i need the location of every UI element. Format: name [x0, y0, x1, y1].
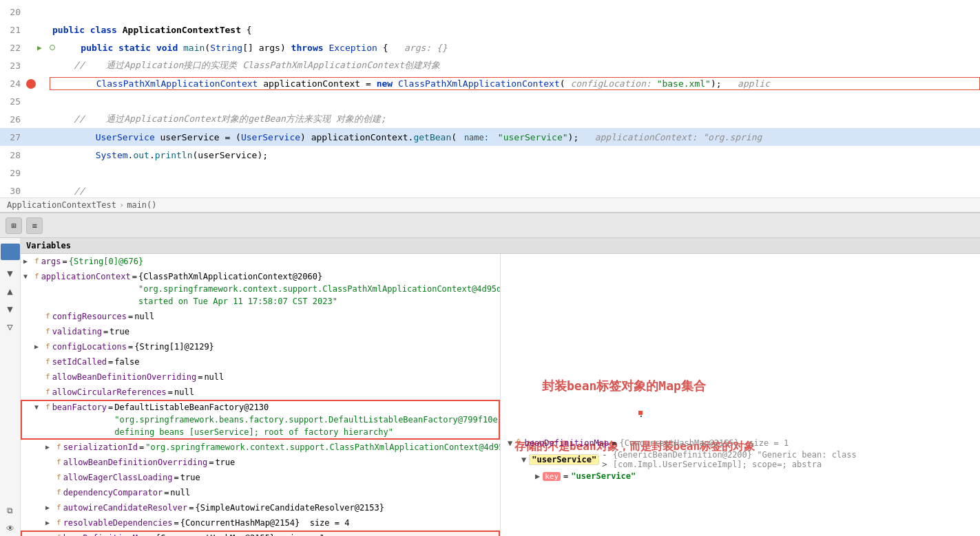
- field-eq: =: [174, 471, 179, 484]
- collapse-icon[interactable]: ▼: [3, 266, 18, 281]
- down-icon[interactable]: ▼: [3, 301, 18, 317]
- code-line-20: 20: [0, 3, 980, 21]
- var-item-alloweager[interactable]: f allowEagerClassLoading = true: [21, 470, 500, 485]
- field-val: null: [204, 371, 224, 383]
- toolbar-grid-btn[interactable]: ⊞: [6, 217, 22, 234]
- beandef-detail: ▼ f beanDefinitionMap = {ConcurrentHashM…: [508, 438, 980, 481]
- line-content: UserService userService = (UserService) …: [50, 132, 980, 142]
- field-val: null: [134, 310, 154, 323]
- line-content: // 通过ApplicationContext对象的getBean方法来实现 对…: [50, 113, 980, 125]
- field-eq: =: [209, 456, 213, 469]
- var-item-configresources[interactable]: f configResources = null: [21, 309, 500, 324]
- line-number: 20: [0, 7, 26, 17]
- field-name: allowBeanDefinitionOverriding: [63, 456, 208, 469]
- field-val: true: [110, 325, 129, 338]
- vars-container: ▶ f args = {String[0]@676} ▼ f applicati…: [21, 254, 980, 536]
- bp-placeholder: [26, 61, 36, 70]
- var-item-configlocations[interactable]: ▶ f configLocations = {String[1]@2129}: [21, 339, 500, 354]
- field-type-icon: f: [56, 517, 61, 529]
- code-editor: 20 21 public class ApplicationContextTes…: [0, 0, 980, 213]
- toolbar-list-btn[interactable]: ≡: [26, 217, 43, 234]
- beandefmap-val: {ConcurrentHashMap@2155} size = 1: [620, 438, 789, 448]
- var-item-resolvable[interactable]: ▶ f resolvableDependencies = {Concurrent…: [21, 515, 500, 530]
- field-eq: =: [108, 356, 113, 368]
- breadcrumb-sep: ›: [119, 200, 124, 210]
- bp-placeholder: [26, 96, 36, 106]
- var-item-serializationid[interactable]: ▶ f serializationId = "org.springframewo…: [21, 440, 500, 455]
- line-number: 23: [0, 61, 26, 71]
- field-name: validating: [52, 325, 102, 338]
- line-number: 26: [0, 114, 26, 125]
- field-eq: =: [139, 441, 144, 453]
- line-content: //: [50, 186, 980, 196]
- field-type-icon: f: [56, 486, 61, 499]
- line-content: ClassPathXmlApplicationContext applicati…: [50, 77, 980, 90]
- filter-icon[interactable]: ▽: [3, 319, 18, 334]
- field-eq: =: [149, 532, 154, 536]
- key-label: key: [543, 472, 561, 481]
- var-item-depcomparator[interactable]: f dependencyComparator = null: [21, 485, 500, 500]
- field-eq: =: [63, 255, 67, 268]
- line-number: 21: [0, 25, 26, 35]
- field-eq: =: [168, 386, 173, 398]
- var-item-beandefinitionmap[interactable]: ▶ f beanDefinitionMap = {ConcurrentHashM…: [21, 530, 500, 536]
- field-val: {String[1]@2129}: [134, 341, 214, 353]
- eye-icon[interactable]: 👁: [3, 521, 18, 536]
- field-type-icon: f: [45, 371, 50, 383]
- userservice-key: "userService": [529, 454, 599, 465]
- field-type-icon: f: [34, 255, 39, 268]
- code-line-27: 27 UserService userService = (UserServic…: [0, 128, 980, 146]
- field-val: {SimpleAutowireCandidateResolver@2153}: [195, 502, 384, 514]
- breadcrumb-method: main(): [127, 200, 156, 210]
- field-val: {ConcurrentHashMap@2154} size = 4: [180, 517, 350, 529]
- up-icon[interactable]: ▲: [3, 283, 18, 299]
- line-number: 30: [0, 186, 26, 196]
- field-val: "org.springframework.context.support.Cla…: [145, 441, 501, 453]
- field-type-icon: f: [56, 441, 61, 453]
- field-eq: =: [132, 270, 137, 283]
- expand-icon[interactable]: ▶: [23, 255, 34, 268]
- field-eq: =: [174, 517, 179, 529]
- code-line-22: 22 ▶ public static void main(String[] ar…: [0, 39, 980, 56]
- code-line-21: 21 public class ApplicationContextTest {: [0, 21, 980, 39]
- field-val: {ClassPathXmlApplicationContext@2060} "o…: [138, 270, 501, 308]
- field-type-icon: f: [45, 341, 50, 353]
- expand-icon[interactable]: ▼: [34, 401, 45, 414]
- line-number: 22: [0, 43, 26, 53]
- var-item-appctx[interactable]: ▼ f applicationContext = {ClassPathXmlAp…: [21, 269, 500, 309]
- field-type-icon: f: [45, 310, 50, 323]
- variables-panel: ▼ ▲ ▼ ▽ ⧉ 👁 Variables ▶ f args = {String…: [0, 238, 980, 536]
- beandefmap-name: beanDefinitionMap: [524, 438, 609, 448]
- field-val: null: [174, 386, 194, 398]
- field-name: dependencyComparator: [63, 486, 163, 499]
- expand-icon[interactable]: ▼: [23, 270, 34, 283]
- field-val: null: [170, 486, 190, 499]
- expand-icon[interactable]: ▶: [45, 517, 56, 529]
- var-item-setidcalled[interactable]: f setIdCalled = false: [21, 354, 500, 369]
- variables-header: Variables: [21, 238, 980, 254]
- expand-icon[interactable]: ▶: [45, 532, 56, 536]
- var-item-args[interactable]: ▶ f args = {String[0]@676}: [21, 254, 500, 269]
- expand-icon[interactable]: ▶: [45, 441, 56, 453]
- var-tree[interactable]: ▶ f args = {String[0]@676} ▼ f applicati…: [21, 254, 501, 536]
- var-item-validating[interactable]: f validating = true: [21, 324, 500, 339]
- code-line-29: 29: [0, 164, 980, 182]
- field-name: configResources: [52, 310, 127, 323]
- annotation-dot: ·: [638, 411, 643, 415]
- field-name: setIdCalled: [52, 356, 107, 368]
- field-name: args: [41, 255, 61, 268]
- var-item-allowcircular[interactable]: f allowCircularReferences = null: [21, 385, 500, 400]
- var-item-beanfactory[interactable]: ▼ f beanFactory = DefaultListableBeanFac…: [21, 400, 500, 440]
- var-item-allowbdo2[interactable]: f allowBeanDefinitionOverriding = true: [21, 455, 500, 470]
- field-eq: =: [198, 371, 202, 383]
- expand-icon[interactable]: ▶: [34, 341, 45, 353]
- var-item-allowbdo[interactable]: f allowBeanDefinitionOverriding = null: [21, 369, 500, 385]
- var-item-autowire[interactable]: ▶ f autowireCandidateResolver = {SimpleA…: [21, 500, 500, 515]
- expand-icon[interactable]: ▶: [45, 502, 56, 514]
- copy-icon[interactable]: ⧉: [3, 503, 18, 518]
- line-number: 27: [0, 132, 26, 142]
- line-number: 28: [0, 150, 26, 160]
- code-line-25: 25: [0, 92, 980, 110]
- line-content: public class ApplicationContextTest {: [50, 25, 980, 35]
- field-type-icon: f: [45, 325, 50, 338]
